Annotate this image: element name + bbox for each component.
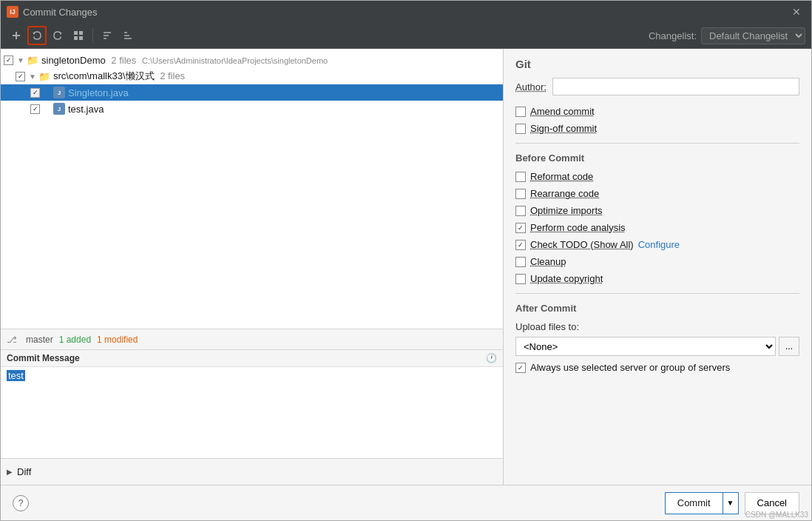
cleanup-checkbox[interactable] <box>515 257 526 267</box>
always-use-label: Always use selected server or group of s… <box>530 362 730 373</box>
footer-left: ? <box>13 495 29 511</box>
todo-checkbox[interactable] <box>515 240 526 250</box>
todo-row: Check TODO (Show All) Configure <box>515 239 799 250</box>
commit-message-section: Commit Message 🕐 test test <box>1 349 503 458</box>
commit-button[interactable]: Commit <box>665 492 723 514</box>
test-checkbox[interactable] <box>30 104 40 114</box>
copyright-checkbox[interactable] <box>515 274 526 284</box>
always-use-row: Always use selected server or group of s… <box>515 362 799 373</box>
svg-rect-3 <box>79 31 83 35</box>
singleton-java-icon: J <box>53 87 65 98</box>
sort-desc-button[interactable] <box>98 26 117 45</box>
tree-subfolder[interactable]: ▼ 📁 src\com\mallk33\懒汉式 2 files <box>1 68 503 84</box>
sign-off-checkbox[interactable] <box>515 124 526 134</box>
commit-button-group: Commit ▼ <box>665 492 739 514</box>
diff-expand-icon: ▶ <box>7 468 13 476</box>
left-panel: ▼ 📁 singletonDemo 2 files C:\Users\Admin… <box>1 49 504 485</box>
watermark: CSDN @MALLK33 <box>745 511 808 519</box>
author-row: Author: <box>515 78 799 95</box>
tree-root[interactable]: ▼ 📁 singletonDemo 2 files C:\Users\Admin… <box>1 52 503 68</box>
commit-dialog: IJ Commit Changes ✕ Changelist: Default … <box>0 0 812 521</box>
subfolder-checkbox[interactable] <box>16 72 25 81</box>
optimize-row: Optimize imports <box>515 205 799 216</box>
svg-rect-2 <box>74 31 78 35</box>
optimize-label: Optimize imports <box>530 205 603 216</box>
diff-label: Diff <box>17 466 31 477</box>
upload-row: <None> ... <box>515 337 799 356</box>
test-expand-placeholder: ▶ <box>43 104 52 113</box>
toolbar: Changelist: Default Changelist <box>1 23 811 49</box>
analyze-checkbox[interactable] <box>515 223 526 233</box>
commit-message-label: Commit Message <box>7 353 80 363</box>
rearrange-row: Rearrange code <box>515 188 799 199</box>
reformat-label: Reformat code <box>530 171 593 182</box>
root-folder-icon: 📁 <box>27 55 38 66</box>
upload-label: Upload files to: <box>515 321 799 332</box>
changelist-select[interactable]: Default Changelist <box>701 27 805 44</box>
sign-off-row: Sign-off commit <box>515 123 799 134</box>
subfolder-expand-icon[interactable]: ▼ <box>28 72 37 81</box>
right-panel: Git Author: Amend commit Sign-off commit… <box>504 49 811 485</box>
todo-label: Check TODO (Show All) <box>530 239 634 250</box>
copyright-row: Update copyright <box>515 273 799 284</box>
commit-message-body: test test <box>1 367 503 458</box>
undo-button[interactable] <box>27 26 47 45</box>
redo-button[interactable] <box>48 26 67 45</box>
tree-file-singleton[interactable]: ▶ J Singleton.java <box>1 84 503 101</box>
commit-dropdown-button[interactable]: ▼ <box>723 492 739 514</box>
group-button[interactable] <box>69 26 88 45</box>
branch-name: master <box>26 335 53 345</box>
root-expand-icon[interactable]: ▼ <box>16 56 25 64</box>
clock-icon[interactable]: 🕐 <box>486 353 497 363</box>
upload-select[interactable]: <None> <box>515 337 776 356</box>
add-button[interactable] <box>7 26 26 45</box>
close-button[interactable]: ✕ <box>788 4 805 19</box>
added-count: 1 added <box>59 335 91 345</box>
help-button[interactable]: ? <box>13 495 29 511</box>
optimize-checkbox[interactable] <box>515 206 526 216</box>
changelist-area: Changelist: Default Changelist <box>649 27 805 44</box>
singleton-expand-placeholder: ▶ <box>43 88 52 97</box>
configure-link[interactable]: Configure <box>638 239 680 250</box>
amend-commit-row: Amend commit <box>515 106 799 117</box>
git-section-title: Git <box>515 58 799 70</box>
modified-count: 1 modified <box>97 335 138 345</box>
footer: ? Commit ▼ Cancel <box>1 485 811 520</box>
divider-2 <box>515 293 799 294</box>
svg-rect-5 <box>79 36 83 40</box>
test-label: test.java <box>68 104 104 115</box>
rearrange-checkbox[interactable] <box>515 189 526 199</box>
reformat-checkbox[interactable] <box>515 172 526 182</box>
divider-1 <box>515 143 799 144</box>
toolbar-separator <box>92 28 93 43</box>
status-bar: ⎇ master 1 added 1 modified <box>1 329 503 349</box>
branch-icon: ⎇ <box>7 335 17 345</box>
author-label: Author: <box>515 81 547 93</box>
tree-file-test[interactable]: ▶ J test.java <box>1 101 503 117</box>
root-checkbox[interactable] <box>4 56 13 65</box>
app-icon: IJ <box>7 6 18 18</box>
commit-message-header: Commit Message 🕐 <box>1 350 503 367</box>
svg-rect-4 <box>74 36 78 40</box>
analyze-row: Perform code analysis <box>515 222 799 233</box>
upload-more-button[interactable]: ... <box>779 337 799 356</box>
sign-off-label[interactable]: Sign-off commit <box>530 123 597 134</box>
root-label: singletonDemo 2 files C:\Users\Administr… <box>41 55 328 66</box>
always-use-checkbox[interactable] <box>515 363 526 373</box>
commit-message-input[interactable]: test <box>1 367 503 456</box>
reformat-row: Reformat code <box>515 171 799 182</box>
amend-commit-checkbox[interactable] <box>515 107 526 117</box>
diff-section[interactable]: ▶ Diff <box>1 458 503 485</box>
singleton-checkbox[interactable] <box>30 88 40 98</box>
sort-asc-button[interactable] <box>118 26 138 45</box>
main-area: ▼ 📁 singletonDemo 2 files C:\Users\Admin… <box>1 49 811 485</box>
subfolder-label: src\com\mallk33\懒汉式 2 files <box>53 70 185 83</box>
author-input[interactable] <box>552 78 799 95</box>
file-tree: ▼ 📁 singletonDemo 2 files C:\Users\Admin… <box>1 49 503 329</box>
singleton-label: Singleton.java <box>68 87 129 98</box>
amend-commit-label[interactable]: Amend commit <box>530 106 595 117</box>
analyze-label: Perform code analysis <box>530 222 626 233</box>
copyright-label: Update copyright <box>530 273 603 284</box>
cleanup-row: Cleanup <box>515 256 799 267</box>
cleanup-label: Cleanup <box>530 256 566 267</box>
